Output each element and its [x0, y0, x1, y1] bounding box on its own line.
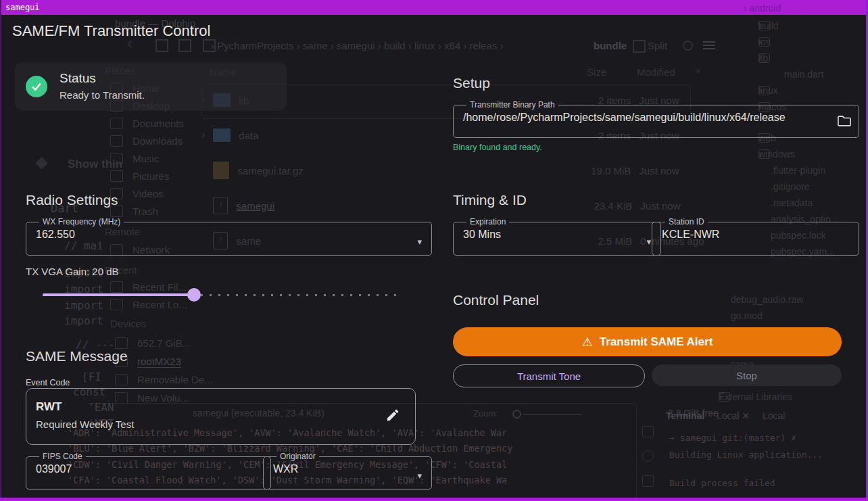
station-id-value[interactable]: KCLE-NWR [660, 226, 850, 241]
titlebar-text: samegui [5, 3, 40, 12]
warning-icon: ⚠ [582, 335, 593, 349]
frequency-value: 162.550 [34, 226, 423, 241]
status-card: Status Ready to Transmit. [15, 62, 287, 111]
event-code-description: Required Weekly Test [36, 419, 134, 430]
station-id-label: Station ID [665, 217, 708, 226]
samegui-window: bundle — Dolphin ‹ › PycharmProjects › s… [0, 0, 868, 501]
originator-dropdown[interactable]: Originator WXR ▾ [263, 452, 432, 490]
binary-path-field[interactable]: Transmitter Binary Path /home/rose/Pycha… [453, 100, 859, 138]
transmit-tone-label: Transmit Tone [517, 371, 581, 382]
timing-heading: Timing & ID [453, 192, 527, 208]
fips-value[interactable]: 039007 [34, 461, 262, 475]
chevron-down-icon[interactable]: ▾ [646, 237, 651, 247]
originator-label: Originator [276, 452, 319, 461]
event-code-box[interactable]: RWT Required Weekly Test [26, 388, 416, 445]
control-panel-heading: Control Panel [453, 292, 539, 308]
status-heading: Status [59, 71, 96, 86]
stop-button[interactable]: Stop [652, 364, 842, 386]
event-code-label: Event Code [26, 378, 70, 387]
setup-heading: Setup [453, 75, 490, 91]
transmit-alert-label: Transmit SAME Alert [600, 335, 713, 349]
fips-code-field[interactable]: FIPS Code 039007 [26, 452, 271, 490]
radio-settings-heading: Radio Settings [26, 192, 118, 208]
window-border-bottom [0, 498, 868, 501]
binary-path-label: Transmitter Binary Path [466, 100, 558, 110]
status-message: Ready to Transmit. [59, 89, 145, 101]
page-title: SAME/FM Transmitter Control [12, 22, 210, 40]
fips-label: FIPS Code [39, 452, 86, 461]
frequency-label: WX Frequency (MHz) [39, 217, 124, 226]
frequency-dropdown[interactable]: WX Frequency (MHz) 162.550 ▾ [26, 217, 432, 256]
edit-pencil-icon[interactable] [385, 408, 400, 425]
station-id-field[interactable]: Station ID KCLE-NWR [652, 217, 859, 256]
binary-path-value[interactable]: /home/rose/PycharmProjects/same/samegui/… [462, 110, 850, 124]
event-code-value: RWT [36, 400, 62, 414]
stop-label: Stop [736, 370, 757, 381]
binary-status-text: Binary found and ready. [453, 143, 542, 152]
chevron-down-icon[interactable]: ▾ [417, 237, 422, 247]
gain-slider-thumb[interactable] [187, 288, 201, 302]
gain-slider-fill [43, 293, 194, 296]
window-titlebar[interactable]: samegui › android [0, 0, 868, 15]
titlebar-bleed-text: › android [744, 3, 781, 14]
expiration-dropdown[interactable]: Expiration 30 Mins ▾ [453, 217, 661, 256]
expiration-label: Expiration [466, 217, 509, 226]
check-circle-icon [26, 76, 47, 97]
originator-value: WXR [272, 461, 423, 475]
chevron-down-icon[interactable]: ▾ [417, 471, 422, 481]
folder-browse-icon[interactable] [837, 114, 852, 130]
transmitter-control-dialog: SAME/FM Transmitter Control Status Ready… [0, 0, 868, 501]
window-border-left [0, 0, 1, 501]
transmit-alert-button[interactable]: ⚠ Transmit SAME Alert [453, 327, 842, 356]
same-message-heading: SAME Message [26, 348, 128, 364]
transmit-tone-button[interactable]: Transmit Tone [453, 364, 645, 387]
gain-label: TX VGA Gain: 20 dB [26, 266, 119, 277]
expiration-value: 30 Mins [462, 226, 652, 241]
